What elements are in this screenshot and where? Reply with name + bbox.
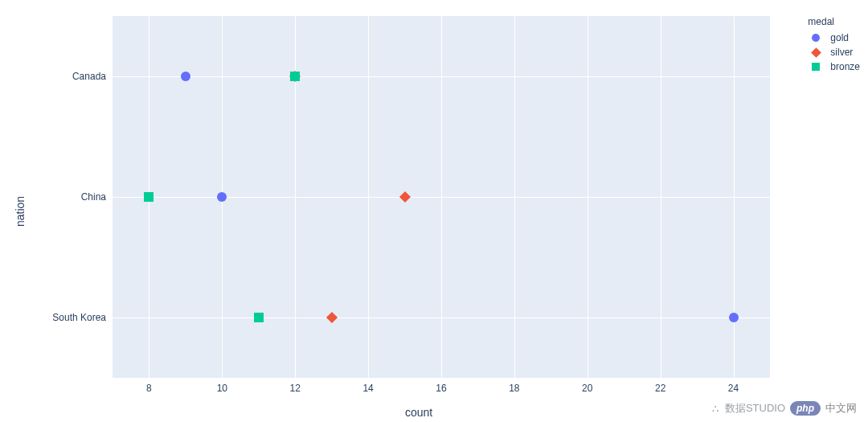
watermark-brand: 数据STUDIO xyxy=(725,401,785,416)
y-tick-label: South Korea xyxy=(52,312,113,323)
x-tick-label: 18 xyxy=(509,378,519,394)
y-tick-label: China xyxy=(81,191,113,203)
x-tick-label: 8 xyxy=(146,378,152,394)
y-axis-title: nation xyxy=(14,195,27,226)
legend-item-label: bronze xyxy=(830,61,860,72)
data-point[interactable] xyxy=(217,192,227,202)
data-point[interactable] xyxy=(181,72,190,81)
wechat-icon: ∴ xyxy=(712,403,720,415)
chart-container: nation count 81012141618202224CanadaChin… xyxy=(0,0,868,422)
watermark-suffix: 中文网 xyxy=(825,401,857,416)
legend-item-silver[interactable]: silver xyxy=(808,45,860,59)
gridline-horizontal xyxy=(113,197,770,198)
data-point[interactable] xyxy=(326,312,338,323)
legend-item-gold[interactable]: gold xyxy=(808,31,860,45)
x-axis-title: count xyxy=(405,406,432,419)
x-tick-label: 20 xyxy=(582,378,592,394)
square-icon xyxy=(808,61,824,72)
php-badge-icon: php xyxy=(790,401,821,416)
x-tick-label: 14 xyxy=(362,378,373,394)
x-tick-label: 10 xyxy=(217,378,227,394)
y-tick-label: Canada xyxy=(72,71,113,82)
legend-title: medal xyxy=(808,16,860,27)
legend-item-label: gold xyxy=(830,32,849,43)
legend-item-label: silver xyxy=(830,47,853,58)
data-point[interactable] xyxy=(290,72,300,81)
legend-item-bronze[interactable]: bronze xyxy=(808,59,860,74)
data-point[interactable] xyxy=(729,313,739,322)
gridline-horizontal xyxy=(113,76,770,77)
data-point[interactable] xyxy=(399,191,410,203)
diamond-icon xyxy=(808,47,824,58)
data-point[interactable] xyxy=(254,313,264,322)
legend: medal goldsilverbronze xyxy=(808,16,860,74)
x-tick-label: 12 xyxy=(290,378,301,394)
x-tick-label: 22 xyxy=(655,378,665,394)
watermark: ∴ 数据STUDIO php 中文网 xyxy=(712,401,857,416)
data-point[interactable] xyxy=(144,192,154,202)
circle-icon xyxy=(808,32,824,43)
x-tick-label: 16 xyxy=(436,378,446,394)
plot-area[interactable]: 81012141618202224CanadaChinaSouth Korea xyxy=(113,16,770,378)
gridline-horizontal xyxy=(113,318,770,318)
x-tick-label: 24 xyxy=(728,378,739,394)
